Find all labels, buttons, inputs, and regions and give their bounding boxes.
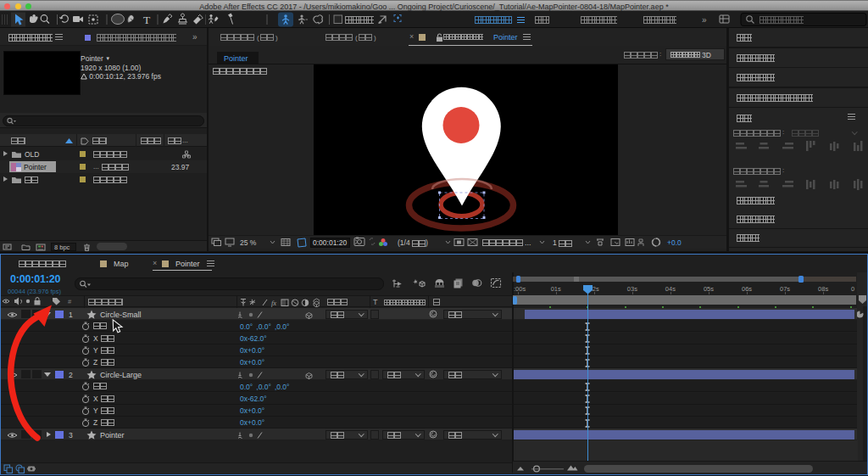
svg-text:fx: fx: [271, 299, 276, 307]
svg-text:#: #: [68, 298, 72, 305]
svg-text:T: T: [143, 14, 151, 26]
svg-text:»: »: [702, 15, 707, 25]
